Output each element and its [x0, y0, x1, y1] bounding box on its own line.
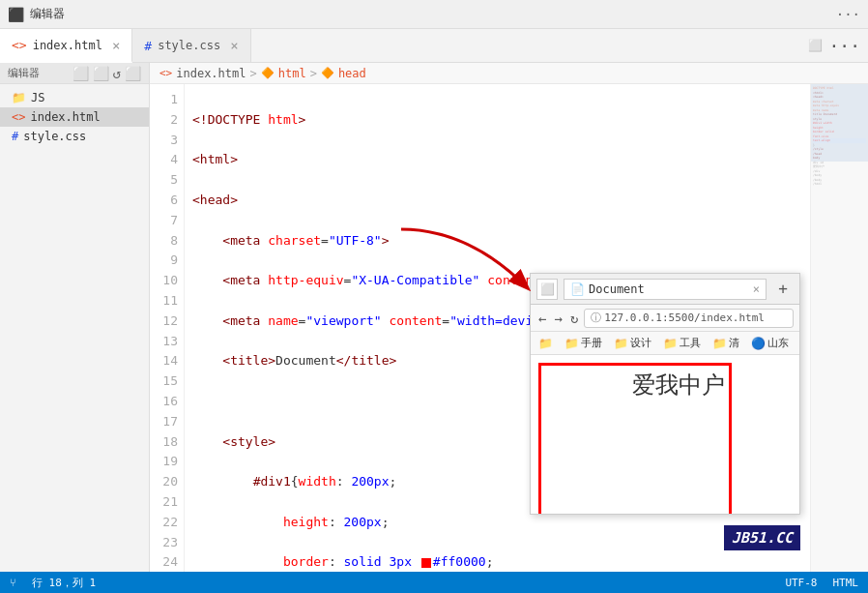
bookmark-shouce[interactable]: 📁 手册: [561, 336, 606, 350]
bookmark-gongju[interactable]: 📁 工具: [659, 336, 705, 350]
editor-wrapper: 1 2 3 4 5 6 7 8 9 10 11 12 13 14 15 16 1: [150, 84, 868, 572]
ln-23: 23: [150, 533, 178, 553]
sidebar-title: 编辑器: [8, 66, 72, 80]
code-line-11: height: 200px;: [192, 513, 802, 533]
preview-tab-file-icon: 📄: [570, 282, 585, 296]
sidebar: 编辑器 ⬜ ⬜ ↺ ⬜ 📁 JS <> index.html # style.c…: [0, 63, 150, 572]
ln-14: 14: [150, 351, 178, 371]
ln-1: 1: [150, 90, 178, 110]
minimap-content: DOCTYPE html <html> <head> meta charset …: [811, 84, 868, 572]
ln-20: 20: [150, 472, 178, 492]
bookmark-circle-icon: 🔵: [751, 337, 766, 350]
title-bar: ⬛ 编辑器 ···: [0, 0, 868, 29]
preview-forward-btn[interactable]: →: [552, 311, 564, 326]
js-folder-icon: 📁: [12, 91, 26, 104]
preview-popup: ⬜ 📄 Document × + ← → ↻ ⓘ 127.0.0.1:5500: [530, 273, 800, 515]
refresh-icon[interactable]: ↺: [113, 66, 121, 81]
css-file-sidebar-icon: #: [12, 130, 18, 143]
app-title: 编辑器: [30, 6, 65, 22]
sidebar-actions: ⬜ ⬜ ↺ ⬜: [72, 66, 141, 81]
ln-7: 7: [150, 211, 178, 231]
bookmark-sheji[interactable]: 📁 设计: [610, 336, 655, 350]
ln-8: 8: [150, 231, 178, 252]
code-line-2: <html>: [192, 150, 802, 170]
status-position: 行 18，列 1: [32, 576, 96, 590]
bookmark-gongju-icon: 📁: [663, 337, 678, 350]
preview-new-tab-btn[interactable]: +: [772, 279, 794, 300]
preview-content: 爱我中户: [531, 355, 799, 514]
tab-html-close[interactable]: ×: [112, 38, 120, 53]
bookmark-gongju-label: 工具: [680, 336, 701, 350]
more-options-btn[interactable]: ···: [836, 7, 860, 22]
ln-3: 3: [150, 131, 178, 151]
preview-secure-icon: ⓘ: [591, 311, 601, 325]
bookmark-folder-yellow: 📁: [538, 337, 553, 350]
preview-bookmarks-bar: 📁 📁 手册 📁 设计 📁 工具 📁: [531, 332, 799, 355]
bookmark-shouce-label: 手册: [581, 336, 602, 350]
status-right: UTF-8 HTML: [785, 577, 858, 589]
ln-21: 21: [150, 492, 178, 513]
bookmark-qing[interactable]: 📁 清: [709, 336, 743, 350]
preview-refresh-btn[interactable]: ↻: [568, 311, 580, 326]
code-line-4: <meta charset="UTF-8">: [192, 231, 802, 252]
collapse-icon[interactable]: ⬜: [125, 66, 141, 81]
ln-6: 6: [150, 191, 178, 211]
ln-24: 24: [150, 552, 178, 572]
preview-back-btn[interactable]: ←: [536, 311, 548, 326]
html-file-sidebar-icon: <>: [12, 110, 25, 124]
editor-area: <> index.html > 🔶 html > 🔶 head 1 2 3 4 …: [150, 63, 868, 572]
bookmark-qing-label: 清: [729, 336, 739, 350]
preview-tab[interactable]: 📄 Document ×: [564, 279, 767, 300]
breadcrumb-html: html: [278, 67, 306, 80]
tab-css-label: style.css: [158, 39, 220, 52]
new-folder-icon[interactable]: ⬜: [93, 66, 109, 81]
ln-13: 13: [150, 332, 178, 352]
bookmark-sheji-icon: 📁: [614, 337, 628, 350]
ln-22: 22: [150, 513, 178, 533]
tab-html-label: index.html: [33, 39, 102, 52]
tab-more-btn[interactable]: ⬜ ···: [800, 29, 868, 62]
tab-bar: <> index.html × # style.css × ⬜ ···: [0, 29, 868, 63]
ln-2: 2: [150, 110, 178, 131]
editor-main: 编辑器 ⬜ ⬜ ↺ ⬜ 📁 JS <> index.html # style.c…: [0, 63, 868, 572]
breadcrumb-html-tag-icon: 🔶: [261, 67, 275, 79]
ln-16: 16: [150, 392, 178, 412]
preview-url-bar[interactable]: ⓘ 127.0.0.1:5500/index.html: [584, 309, 794, 328]
bookmark-qing-icon: 📁: [712, 337, 727, 350]
new-file-icon[interactable]: ⬜: [72, 66, 89, 81]
line-numbers: 1 2 3 4 5 6 7 8 9 10 11 12 13 14 15 16 1: [150, 84, 185, 572]
code-line-12: border: solid 3px #ff0000;: [192, 552, 802, 572]
ln-5: 5: [150, 170, 178, 191]
bookmark-shouce-icon: 📁: [564, 337, 579, 350]
breadcrumb: <> index.html > 🔶 html > 🔶 head: [150, 63, 868, 84]
html-file-icon: <>: [12, 38, 27, 52]
status-encoding: UTF-8: [785, 577, 817, 589]
ln-12: 12: [150, 311, 178, 332]
sidebar-item-html[interactable]: <> index.html: [0, 107, 149, 127]
preview-url-text: 127.0.0.1:5500/index.html: [604, 311, 765, 324]
bookmark-shandong[interactable]: 🔵 山东: [747, 336, 793, 350]
ln-15: 15: [150, 371, 178, 392]
bookmark-folder-icon[interactable]: 📁: [535, 337, 557, 350]
tab-css-close[interactable]: ×: [230, 38, 238, 53]
preview-div1-text: 爱我中户: [632, 370, 725, 400]
window-controls: ···: [836, 7, 860, 22]
sidebar-js-label: JS: [31, 91, 44, 104]
sidebar-files: 📁 JS <> index.html # style.css: [0, 84, 149, 150]
sidebar-item-js[interactable]: 📁 JS: [0, 88, 149, 107]
ln-10: 10: [150, 271, 178, 291]
ln-9: 9: [150, 251, 178, 271]
tab-css[interactable]: # style.css ×: [132, 29, 250, 62]
breadcrumb-head-tag-icon: 🔶: [321, 67, 334, 79]
ln-17: 17: [150, 412, 178, 432]
preview-tab-title: Document: [589, 282, 645, 296]
preview-split-btn[interactable]: ⬜: [536, 279, 558, 300]
preview-tab-close-btn[interactable]: ×: [753, 282, 760, 296]
git-branch-icon: ⑂: [10, 577, 16, 589]
breadcrumb-sep1: >: [250, 67, 257, 80]
code-line-1: <!DOCTYPE html>: [192, 110, 802, 131]
status-language: HTML: [833, 577, 859, 589]
sidebar-item-css[interactable]: # style.css: [0, 127, 149, 146]
tab-html[interactable]: <> index.html ×: [0, 29, 132, 63]
code-line-3: <head>: [192, 191, 802, 211]
